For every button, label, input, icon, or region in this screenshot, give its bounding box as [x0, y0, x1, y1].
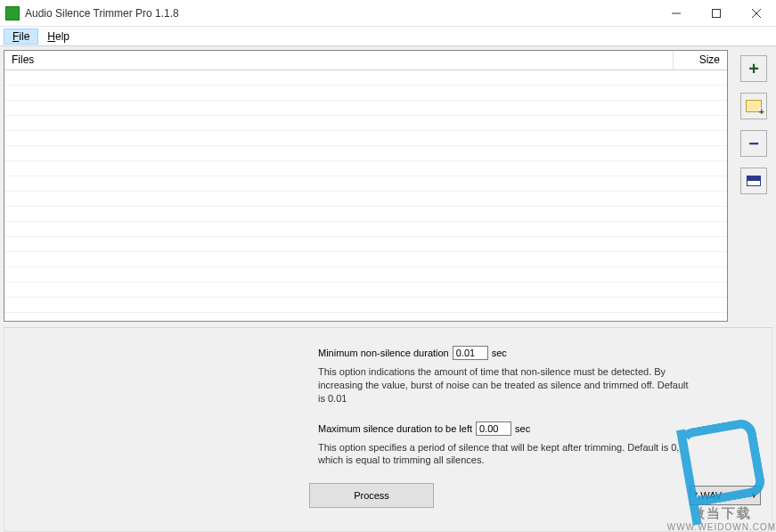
clear-icon [747, 176, 761, 186]
format-value: *.WAV [694, 490, 722, 501]
chevron-down-icon: ▾ [752, 491, 756, 500]
process-button[interactable]: Process [309, 483, 434, 508]
remove-button[interactable] [740, 130, 767, 157]
sec-label: sec [492, 348, 507, 358]
menu-help[interactable]: Help [38, 29, 78, 45]
list-row [4, 70, 727, 86]
max-duration-desc: This option specifies a period of silenc… [318, 441, 692, 468]
content-area: Files Size [0, 46, 776, 532]
list-row [4, 252, 727, 267]
list-row [4, 298, 727, 313]
list-row [4, 176, 727, 192]
list-row [4, 267, 727, 282]
window-title: Audio Silence Trimmer Pro 1.1.8 [25, 7, 656, 20]
titlebar: Audio Silence Trimmer Pro 1.1.8 [0, 0, 776, 27]
list-row [4, 101, 727, 116]
add-file-button[interactable] [740, 55, 767, 82]
window-controls [656, 0, 776, 26]
list-row [4, 131, 727, 146]
list-row [4, 192, 727, 207]
list-row [4, 116, 727, 131]
folder-plus-icon [746, 100, 762, 112]
menu-file[interactable]: File [4, 29, 38, 45]
clear-all-button[interactable] [740, 168, 767, 194]
list-row [4, 222, 727, 237]
max-duration-label: Maximum silence duration to be left [318, 423, 472, 434]
min-duration-desc: This option indications the amount of ti… [318, 365, 692, 405]
list-row [4, 207, 727, 222]
minus-icon [748, 134, 759, 154]
format-select[interactable]: *.WAV ▾ [690, 486, 761, 505]
menubar: File Help [0, 27, 776, 46]
column-size[interactable]: Size [674, 51, 727, 70]
list-row [4, 161, 727, 176]
column-files[interactable]: Files [4, 51, 674, 70]
list-row [4, 86, 727, 101]
min-duration-label: Minimum non-silence duration [318, 348, 449, 358]
plus-icon [748, 59, 759, 79]
file-list-header: Files Size [4, 51, 727, 70]
max-duration-input[interactable] [476, 422, 511, 436]
close-button[interactable] [736, 0, 776, 26]
app-icon [5, 6, 20, 20]
sec-label: sec [515, 423, 530, 434]
min-duration-input[interactable] [453, 346, 488, 360]
add-folder-button[interactable] [740, 93, 767, 119]
list-row [4, 282, 727, 298]
options-panel: Minimum non-silence duration sec This op… [4, 327, 772, 532]
file-list[interactable]: Files Size [4, 50, 728, 322]
minimize-button[interactable] [656, 0, 696, 26]
side-toolbar [728, 50, 772, 322]
maximize-button[interactable] [696, 0, 736, 26]
file-list-body[interactable] [4, 70, 727, 322]
list-row [4, 146, 727, 161]
svg-rect-1 [712, 9, 720, 17]
list-row [4, 237, 727, 252]
